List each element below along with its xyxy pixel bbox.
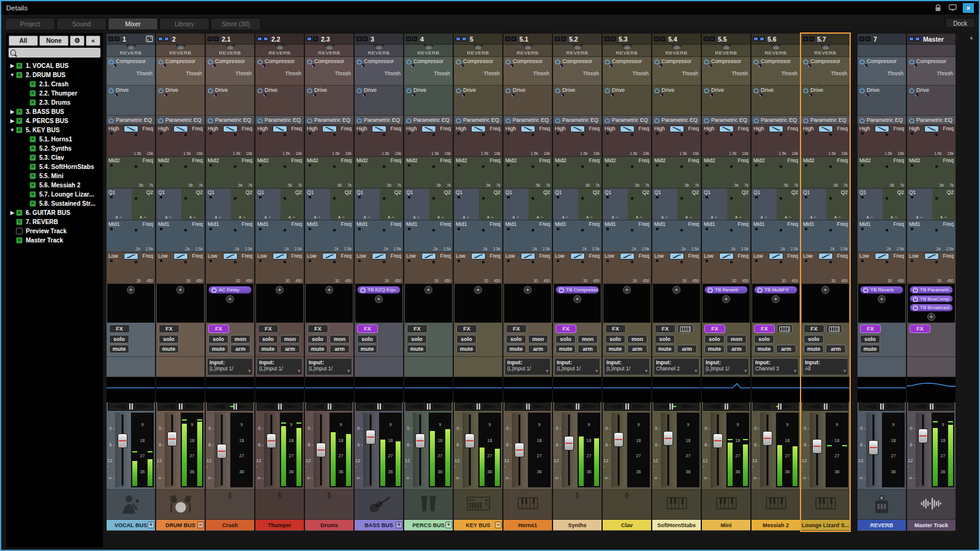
mute-button[interactable]: mute [804, 345, 824, 353]
track-name-label[interactable]: Drums [305, 520, 353, 530]
high-shelf-icon[interactable] [322, 126, 337, 132]
fader-handle[interactable] [514, 443, 524, 457]
track-checkbox[interactable]: × [29, 81, 36, 88]
automation-lane[interactable] [355, 377, 403, 402]
power-icon[interactable] [803, 88, 809, 93]
sidebar-track-item[interactable]: × 5.8. Sustained Str... [9, 199, 100, 208]
fader-handle[interactable] [763, 431, 772, 446]
power-icon[interactable] [909, 88, 914, 93]
sidebar-track-item[interactable]: ▼ × 5. KEY BUS [9, 126, 100, 135]
power-icon[interactable] [859, 59, 865, 64]
send-knob[interactable] [424, 45, 434, 50]
strip-header[interactable]: 5.4 [652, 34, 701, 45]
fx-button[interactable]: FX [754, 324, 775, 333]
power-icon[interactable] [654, 88, 660, 93]
send-knob[interactable] [722, 45, 731, 50]
power-icon[interactable] [158, 88, 164, 93]
power-icon[interactable] [859, 118, 865, 123]
power-icon[interactable] [307, 118, 312, 123]
pan-handle[interactable] [778, 403, 782, 410]
pan-slider[interactable] [257, 402, 303, 411]
strip-header[interactable]: 5.2 [553, 34, 601, 45]
power-icon[interactable] [211, 287, 217, 293]
solo-button[interactable]: solo [357, 335, 377, 343]
power-icon[interactable] [753, 118, 759, 123]
add-plugin-button[interactable]: + [226, 295, 234, 303]
plugin-pill[interactable]: TB Broadcast... [910, 304, 953, 312]
pan-handle[interactable] [427, 403, 431, 410]
arm-button[interactable]: arm [776, 345, 796, 353]
search-input[interactable] [18, 50, 99, 56]
power-icon[interactable] [605, 118, 610, 123]
power-icon[interactable] [108, 118, 114, 123]
reverb-send[interactable]: REVERB [404, 45, 453, 57]
arm-button[interactable]: arm [230, 345, 251, 353]
track-name-label[interactable]: Synths [553, 520, 601, 530]
add-plugin-button[interactable]: + [176, 286, 184, 294]
bus-toggle-button[interactable]: − [197, 522, 204, 528]
power-icon[interactable] [406, 88, 412, 93]
sidebar-track-item[interactable]: × 5.7. Lounge Lizar... [9, 190, 100, 199]
monitor-button[interactable]: mon [528, 335, 548, 343]
fx-button[interactable]: FX [704, 324, 725, 333]
solo-button[interactable]: solo [407, 335, 427, 343]
input-select[interactable]: Input: (L)Input 1/ ▾ [554, 358, 600, 375]
bus-toggle-button[interactable]: + [445, 522, 452, 528]
send-knob[interactable] [523, 45, 533, 50]
high-shelf-icon[interactable] [669, 126, 684, 132]
power-icon[interactable] [555, 118, 560, 123]
fader-track[interactable] [760, 413, 775, 487]
monitor-button[interactable]: mon [578, 335, 598, 343]
power-icon[interactable] [360, 287, 366, 293]
track-checkbox[interactable]: × [16, 209, 23, 216]
track-checkbox[interactable]: × [16, 127, 23, 133]
track-checkbox[interactable]: × [29, 200, 36, 207]
send-knob[interactable] [672, 45, 682, 50]
low-shelf-icon[interactable] [223, 253, 238, 260]
power-icon[interactable] [707, 287, 713, 293]
add-plugin-button[interactable]: + [623, 286, 631, 294]
power-icon[interactable] [257, 88, 263, 93]
arm-button[interactable]: arm [330, 345, 350, 353]
mute-button[interactable]: mute [704, 345, 725, 353]
automation-lane[interactable] [404, 377, 453, 402]
expand-arrow-icon[interactable]: ▼ [9, 72, 16, 78]
automation-lane[interactable] [107, 377, 155, 402]
fx-button[interactable]: FX [910, 324, 930, 333]
high-shelf-icon[interactable] [875, 126, 889, 132]
low-shelf-icon[interactable] [372, 253, 386, 260]
automation-lane[interactable] [156, 377, 205, 402]
input-select[interactable]: Input: All ▾ [802, 358, 848, 375]
pan-slider[interactable] [306, 402, 352, 411]
fx-button[interactable]: FX [208, 324, 229, 333]
solo-button[interactable]: solo [307, 335, 328, 343]
power-icon[interactable] [456, 59, 461, 64]
fader-track[interactable] [413, 413, 428, 487]
fader-handle[interactable] [614, 432, 624, 447]
fader-handle[interactable] [918, 429, 928, 443]
sidebar-track-item[interactable]: ▶ × 3. BASS BUS [9, 107, 100, 116]
solo-button[interactable]: solo [258, 335, 278, 343]
mute-button[interactable]: mute [506, 345, 526, 353]
reverb-send[interactable]: REVERB [305, 45, 353, 57]
power-icon[interactable] [257, 59, 263, 64]
pan-slider[interactable] [604, 402, 650, 411]
automation-lane[interactable] [454, 377, 502, 402]
fader-track[interactable] [264, 413, 279, 487]
pan-slider[interactable] [908, 402, 954, 411]
mute-button[interactable]: mute [860, 345, 880, 353]
reverb-send[interactable]: REVERB [206, 45, 254, 57]
sidebar-track-item[interactable]: × 5.6. Messiah 2 [9, 181, 100, 190]
arm-button[interactable]: arm [726, 345, 747, 353]
power-icon[interactable] [505, 118, 511, 123]
fader-track[interactable] [462, 413, 477, 487]
dock-button[interactable]: Dock [945, 18, 975, 28]
automation-lane[interactable] [206, 377, 254, 402]
mute-button[interactable]: mute [159, 345, 179, 353]
strip-header[interactable]: 3 [355, 34, 403, 45]
add-plugin-button[interactable]: + [524, 286, 532, 294]
fader-handle[interactable] [812, 439, 822, 454]
track-checkbox[interactable]: × [29, 182, 36, 189]
mute-button[interactable]: mute [109, 345, 129, 353]
sidebar-track-item[interactable]: × 7. REVERB [9, 217, 100, 227]
